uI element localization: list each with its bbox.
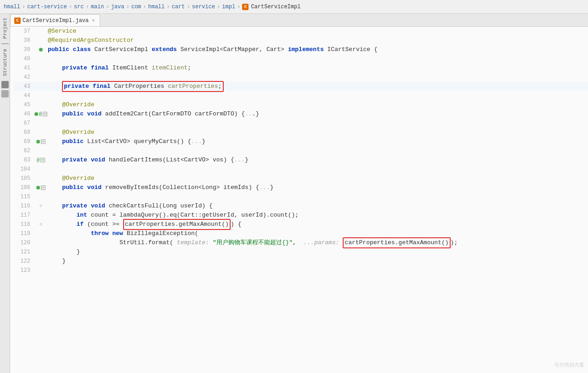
fold-btn-83[interactable]: −	[40, 158, 45, 162]
code-line-40: 40	[14, 54, 588, 63]
code-line-104: 104	[14, 165, 588, 174]
tab-label: CartServiceImpl.java	[23, 17, 89, 24]
code-line-105: 105 @Override	[14, 174, 588, 183]
at-icon-46: @	[39, 109, 42, 119]
diamond-icon-116: ◇	[40, 201, 42, 211]
code-line-123: 123	[14, 266, 588, 275]
code-line-121: 121 }	[14, 247, 588, 257]
breadcrumb-service[interactable]: service	[192, 4, 215, 10]
breadcrumb-com[interactable]: com	[131, 4, 141, 10]
fold-btn-69[interactable]: −	[41, 139, 45, 144]
breadcrumb: hmall › cart-service › src › main › java…	[0, 0, 588, 14]
structure-label[interactable]: Structure	[1, 47, 9, 78]
code-line-44: 44	[14, 91, 588, 100]
run-icon-46[interactable]	[34, 112, 38, 116]
breadcrumb-cart[interactable]: cart	[172, 4, 185, 10]
code-line-37: 37 @Service	[14, 27, 588, 36]
code-line-69: 69 − public List<CartVO> queryMyCarts() …	[14, 137, 588, 146]
breadcrumb-c-icon: C	[242, 4, 249, 10]
code-line-67: 67	[14, 119, 588, 128]
fold-btn-106[interactable]: −	[41, 185, 45, 190]
code-line-116: 116 ◇ private void checkCartsFull(Long u…	[14, 201, 588, 211]
code-line-122: 122 }	[14, 257, 588, 266]
code-line-119: 119 throw new BizIllegalException(	[14, 229, 588, 238]
run-icon-69[interactable]	[36, 140, 40, 143]
code-line-43: 43 private final CartProperties cartProp…	[14, 82, 588, 91]
code-line-42: 42	[14, 73, 588, 82]
code-line-115: 115	[14, 192, 588, 201]
code-line-106: 106 − public void removeByItemIds(Collec…	[14, 183, 588, 192]
at-icon-83: @	[37, 155, 40, 165]
tab-c-icon: C	[14, 17, 21, 24]
tab-close-button[interactable]: ×	[92, 18, 95, 23]
code-line-41: 41 private final ItemClient itemClient;	[14, 63, 588, 73]
code-editor[interactable]: 37 @Service 38 @RequiredArgsConstructor …	[10, 27, 588, 373]
diamond-icon-118: ◇	[40, 220, 42, 229]
run-icon[interactable]	[39, 48, 43, 52]
code-line-117: 117 int count = lambdaQuery().eq(Cart::g…	[14, 211, 588, 220]
side-panel: Project Structure	[0, 14, 10, 373]
code-line-120: 120 StrUtil.format( template: "用户购物车课程不能…	[14, 238, 588, 247]
code-line-46: 46 @ − public void addItem2Cart(CartForm…	[14, 109, 588, 119]
code-line-83: 83 @ − private void handleCartItems(List…	[14, 155, 588, 165]
code-line-68: 68 @Override	[14, 128, 588, 137]
fold-btn-46[interactable]: −	[43, 112, 47, 116]
watermark: 与力培训方案	[554, 360, 584, 369]
project-label[interactable]: Project	[1, 16, 9, 40]
tab-cartserviceimpl[interactable]: C CartServiceImpl.java ×	[10, 14, 100, 26]
breadcrumb-cart-service[interactable]: cart-service	[27, 4, 67, 10]
code-line-38: 38 @RequiredArgsConstructor	[14, 36, 588, 45]
breadcrumb-java[interactable]: java	[111, 4, 124, 10]
breadcrumb-src[interactable]: src	[74, 4, 84, 10]
code-line-45: 45 @Override	[14, 100, 588, 109]
tab-bar: C CartServiceImpl.java ×	[10, 14, 588, 27]
code-line-118: 118 ◇ if (count >= cartProperties.getMax…	[14, 220, 588, 229]
code-line-39: 39 public class CartServiceImpl extends …	[14, 45, 588, 54]
breadcrumb-classname: CartServiceImpl	[251, 4, 300, 10]
breadcrumb-impl[interactable]: impl	[222, 4, 235, 10]
code-area: 37 @Service 38 @RequiredArgsConstructor …	[10, 27, 588, 373]
breadcrumb-main[interactable]: main	[91, 4, 104, 10]
code-line-82: 82	[14, 146, 588, 155]
breadcrumb-hmall[interactable]: hmall	[4, 4, 20, 10]
breadcrumb-hmall2[interactable]: hmall	[148, 4, 165, 10]
run-icon-106[interactable]	[36, 186, 40, 189]
